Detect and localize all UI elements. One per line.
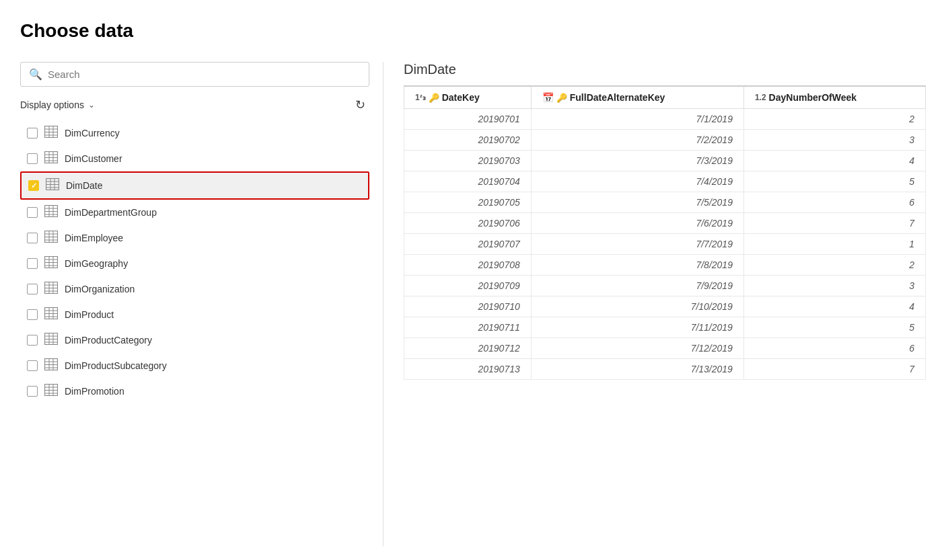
table-row: 201907127/12/20196	[404, 338, 926, 359]
table-row: 201907027/2/20193	[404, 130, 926, 151]
display-options-button[interactable]: Display options ⌄	[20, 99, 95, 110]
table-list-item[interactable]: DimProduct	[20, 302, 369, 327]
column-label: FullDateAlternateKey	[570, 92, 665, 103]
table-row: 201907047/4/20195	[404, 171, 926, 192]
data-table: 1²₃🔑DateKey📅🔑FullDateAlternateKey1.2DayN…	[404, 85, 926, 380]
table-cell: 7/9/2019	[531, 276, 743, 296]
table-list-item[interactable]: DimCurrency	[20, 120, 369, 146]
key-icon: 🔑	[556, 93, 567, 103]
table-cell: 7/3/2019	[531, 151, 743, 171]
table-cell: 7/8/2019	[531, 255, 743, 276]
left-panel: 🔍 Display options ⌄ ↻ DimCurrency	[20, 62, 384, 547]
table-cell: 1	[743, 234, 925, 255]
table-cell: 20190703	[404, 151, 532, 171]
table-icon	[44, 151, 58, 166]
table-list-item[interactable]: DimDepartmentGroup	[20, 200, 369, 225]
table-list-item[interactable]: DimOrganization	[20, 276, 369, 302]
page-title: Choose data	[20, 20, 926, 42]
table-cell: 2	[743, 255, 925, 276]
table-cell: 7	[743, 213, 925, 234]
table-row: 201907067/6/20197	[404, 213, 926, 234]
table-cell: 20190713	[404, 359, 532, 380]
table-icon	[44, 231, 58, 245]
table-cell: 6	[743, 192, 925, 213]
table-list-item[interactable]: DimCustomer	[20, 146, 369, 171]
table-row: 201907137/13/20197	[404, 359, 926, 380]
right-panel: DimDate 1²₃🔑DateKey📅🔑FullDateAlternateKe…	[384, 62, 926, 547]
display-options-row: Display options ⌄ ↻	[20, 96, 369, 114]
table-checkbox[interactable]	[28, 180, 39, 191]
table-name-label: DimCurrency	[65, 128, 120, 138]
table-icon	[44, 384, 58, 399]
table-checkbox[interactable]	[27, 258, 38, 269]
table-cell: 7/5/2019	[531, 192, 743, 213]
table-cell: 3	[743, 276, 925, 296]
refresh-button[interactable]: ↻	[351, 96, 369, 114]
table-checkbox[interactable]	[27, 309, 38, 320]
table-cell: 7/11/2019	[531, 317, 743, 338]
table-cell: 20190707	[404, 234, 532, 255]
column-header[interactable]: 1²₃🔑DateKey	[404, 86, 532, 109]
table-row: 201907107/10/20194	[404, 296, 926, 317]
table-list-item[interactable]: DimProductCategory	[20, 327, 369, 353]
chevron-down-icon: ⌄	[88, 100, 95, 110]
table-icon	[44, 205, 58, 220]
table-row: 201907097/9/20193	[404, 276, 926, 296]
type-icon-123: 1²₃	[415, 93, 426, 102]
table-checkbox[interactable]	[27, 233, 38, 243]
table-cell: 20190708	[404, 255, 532, 276]
table-name-label: DimProduct	[65, 309, 114, 320]
column-label: DayNumberOfWeek	[769, 92, 857, 103]
table-list-item[interactable]: DimGeography	[20, 251, 369, 276]
table-name-label: DimProductSubcategory	[65, 360, 167, 371]
table-list-item[interactable]: DimPromotion	[20, 378, 369, 404]
table-row: 201907017/1/20192	[404, 109, 926, 130]
data-table-wrapper[interactable]: 1²₃🔑DateKey📅🔑FullDateAlternateKey1.2DayN…	[404, 85, 926, 547]
table-cell: 20190704	[404, 171, 532, 192]
table-icon	[44, 307, 58, 322]
table-checkbox[interactable]	[27, 335, 38, 346]
table-checkbox[interactable]	[27, 128, 38, 138]
table-cell: 20190709	[404, 276, 532, 296]
search-input[interactable]	[48, 69, 361, 80]
table-checkbox[interactable]	[27, 207, 38, 218]
table-icon	[44, 282, 58, 296]
table-cell: 7/13/2019	[531, 359, 743, 380]
table-row: 201907117/11/20195	[404, 317, 926, 338]
table-name-label: DimDepartmentGroup	[65, 207, 157, 218]
table-row: 201907037/3/20194	[404, 151, 926, 171]
table-list-item[interactable]: DimProductSubcategory	[20, 353, 369, 378]
table-cell: 20190706	[404, 213, 532, 234]
table-name-label: DimOrganization	[65, 284, 135, 294]
table-name-label: DimGeography	[65, 258, 128, 269]
table-checkbox[interactable]	[27, 360, 38, 371]
table-row: 201907077/7/20191	[404, 234, 926, 255]
search-box[interactable]: 🔍	[20, 62, 369, 87]
table-cell: 2	[743, 109, 925, 130]
table-checkbox[interactable]	[27, 284, 38, 294]
column-label: DateKey	[442, 92, 480, 103]
table-cell: 4	[743, 296, 925, 317]
table-name-label: DimProductCategory	[65, 335, 152, 346]
table-icon	[46, 178, 59, 193]
table-cell: 7/1/2019	[531, 109, 743, 130]
main-content: 🔍 Display options ⌄ ↻ DimCurrency	[20, 62, 926, 547]
table-cell: 7	[743, 359, 925, 380]
table-list-item[interactable]: DimEmployee	[20, 225, 369, 251]
table-name-label: DimEmployee	[65, 233, 123, 243]
table-cell: 7/7/2019	[531, 234, 743, 255]
table-checkbox[interactable]	[27, 153, 38, 164]
table-cell: 5	[743, 317, 925, 338]
column-header[interactable]: 📅🔑FullDateAlternateKey	[531, 86, 743, 109]
table-cell: 7/6/2019	[531, 213, 743, 234]
table-cell: 20190712	[404, 338, 532, 359]
table-cell: 20190710	[404, 296, 532, 317]
table-icon	[44, 358, 58, 373]
table-checkbox[interactable]	[27, 386, 38, 397]
table-list-item[interactable]: DimDate	[20, 171, 369, 200]
table-row: 201907087/8/20192	[404, 255, 926, 276]
table-list: DimCurrency DimCustomer DimDate DimDepar…	[20, 120, 369, 547]
table-cell: 7/4/2019	[531, 171, 743, 192]
table-name-label: DimDate	[66, 180, 102, 191]
column-header[interactable]: 1.2DayNumberOfWeek	[743, 86, 925, 109]
